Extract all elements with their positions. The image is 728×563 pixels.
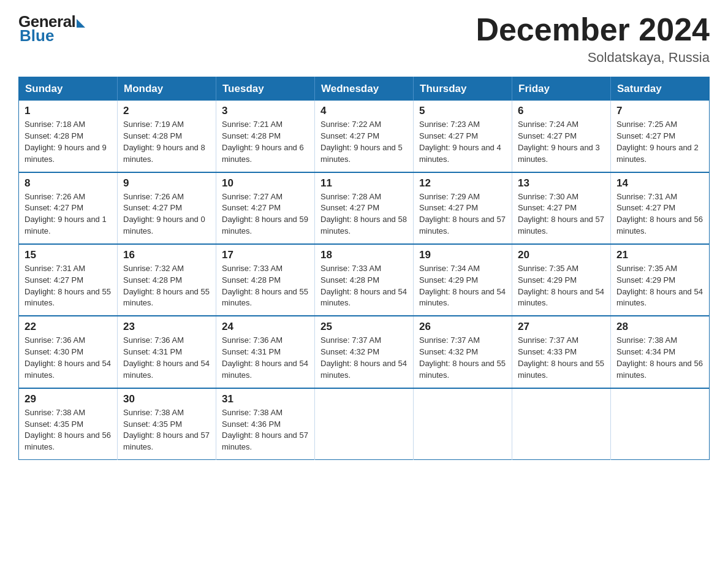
day-info: Sunrise: 7:24 AMSunset: 4:27 PMDaylight:…: [518, 119, 605, 165]
calendar-cell: [315, 388, 414, 460]
calendar-week-row: 8Sunrise: 7:26 AMSunset: 4:27 PMDaylight…: [19, 172, 710, 244]
calendar-week-row: 22Sunrise: 7:36 AMSunset: 4:30 PMDayligh…: [19, 316, 710, 388]
day-number: 25: [320, 321, 408, 333]
day-number: 7: [616, 105, 703, 117]
calendar-cell: 31Sunrise: 7:38 AMSunset: 4:36 PMDayligh…: [216, 388, 315, 460]
day-number: 16: [123, 249, 210, 261]
day-info: Sunrise: 7:31 AMSunset: 4:27 PMDaylight:…: [616, 191, 703, 237]
day-info: Sunrise: 7:21 AMSunset: 4:28 PMDaylight:…: [222, 119, 309, 165]
weekday-header-monday: Monday: [118, 77, 216, 101]
calendar-cell: 22Sunrise: 7:36 AMSunset: 4:30 PMDayligh…: [19, 316, 118, 388]
day-info: Sunrise: 7:37 AMSunset: 4:32 PMDaylight:…: [419, 335, 506, 381]
day-number: 8: [25, 177, 112, 190]
day-number: 19: [419, 249, 506, 261]
day-number: 30: [123, 393, 210, 405]
day-number: 23: [123, 321, 210, 333]
day-number: 13: [518, 177, 605, 190]
calendar-cell: 7Sunrise: 7:25 AMSunset: 4:27 PMDaylight…: [611, 101, 710, 172]
calendar-cell: 4Sunrise: 7:22 AMSunset: 4:27 PMDaylight…: [315, 101, 414, 172]
calendar-cell: [611, 388, 710, 460]
calendar-cell: 26Sunrise: 7:37 AMSunset: 4:32 PMDayligh…: [414, 316, 512, 388]
day-info: Sunrise: 7:36 AMSunset: 4:31 PMDaylight:…: [123, 335, 210, 381]
page-header: General Blue December 2024 Soldatskaya, …: [18, 12, 710, 66]
calendar-cell: 20Sunrise: 7:35 AMSunset: 4:29 PMDayligh…: [512, 244, 611, 316]
weekday-header-sunday: Sunday: [19, 77, 118, 101]
day-info: Sunrise: 7:38 AMSunset: 4:34 PMDaylight:…: [616, 335, 703, 381]
calendar-cell: 18Sunrise: 7:33 AMSunset: 4:28 PMDayligh…: [315, 244, 414, 316]
calendar-cell: 6Sunrise: 7:24 AMSunset: 4:27 PMDaylight…: [512, 101, 611, 172]
day-number: 12: [419, 177, 506, 190]
day-info: Sunrise: 7:18 AMSunset: 4:28 PMDaylight:…: [25, 119, 112, 165]
calendar-cell: 21Sunrise: 7:35 AMSunset: 4:29 PMDayligh…: [611, 244, 710, 316]
day-number: 9: [123, 177, 210, 190]
day-number: 28: [616, 321, 703, 333]
calendar-cell: 12Sunrise: 7:29 AMSunset: 4:27 PMDayligh…: [414, 172, 512, 244]
calendar-cell: 25Sunrise: 7:37 AMSunset: 4:32 PMDayligh…: [315, 316, 414, 388]
day-number: 18: [320, 249, 408, 261]
location-subtitle: Soldatskaya, Russia: [476, 50, 710, 66]
logo-triangle-icon: [77, 19, 85, 28]
weekday-header-tuesday: Tuesday: [216, 77, 315, 101]
weekday-header-wednesday: Wednesday: [315, 77, 414, 101]
day-number: 3: [222, 105, 309, 117]
logo-blue-text: Blue: [20, 26, 54, 45]
calendar-table: SundayMondayTuesdayWednesdayThursdayFrid…: [18, 77, 710, 460]
calendar-cell: 23Sunrise: 7:36 AMSunset: 4:31 PMDayligh…: [118, 316, 216, 388]
day-info: Sunrise: 7:38 AMSunset: 4:36 PMDaylight:…: [222, 407, 309, 453]
day-number: 29: [25, 393, 112, 405]
day-number: 5: [419, 105, 506, 117]
calendar-cell: 24Sunrise: 7:36 AMSunset: 4:31 PMDayligh…: [216, 316, 315, 388]
day-number: 6: [518, 105, 605, 117]
day-number: 11: [320, 177, 408, 190]
calendar-week-row: 1Sunrise: 7:18 AMSunset: 4:28 PMDaylight…: [19, 101, 710, 172]
day-info: Sunrise: 7:19 AMSunset: 4:28 PMDaylight:…: [123, 119, 210, 165]
day-info: Sunrise: 7:35 AMSunset: 4:29 PMDaylight:…: [616, 263, 703, 309]
calendar-cell: 27Sunrise: 7:37 AMSunset: 4:33 PMDayligh…: [512, 316, 611, 388]
day-info: Sunrise: 7:37 AMSunset: 4:33 PMDaylight:…: [518, 335, 605, 381]
day-info: Sunrise: 7:33 AMSunset: 4:28 PMDaylight:…: [320, 263, 408, 309]
day-number: 26: [419, 321, 506, 333]
calendar-week-row: 29Sunrise: 7:38 AMSunset: 4:35 PMDayligh…: [19, 388, 710, 460]
day-number: 21: [616, 249, 703, 261]
calendar-cell: [414, 388, 512, 460]
day-number: 4: [320, 105, 408, 117]
day-number: 17: [222, 249, 309, 261]
calendar-cell: 13Sunrise: 7:30 AMSunset: 4:27 PMDayligh…: [512, 172, 611, 244]
calendar-cell: 15Sunrise: 7:31 AMSunset: 4:27 PMDayligh…: [19, 244, 118, 316]
calendar-cell: 30Sunrise: 7:38 AMSunset: 4:35 PMDayligh…: [118, 388, 216, 460]
calendar-cell: 3Sunrise: 7:21 AMSunset: 4:28 PMDaylight…: [216, 101, 315, 172]
day-info: Sunrise: 7:38 AMSunset: 4:35 PMDaylight:…: [123, 407, 210, 453]
day-number: 20: [518, 249, 605, 261]
day-number: 14: [616, 177, 703, 190]
day-info: Sunrise: 7:35 AMSunset: 4:29 PMDaylight:…: [518, 263, 605, 309]
day-info: Sunrise: 7:27 AMSunset: 4:27 PMDaylight:…: [222, 191, 309, 237]
day-number: 22: [25, 321, 112, 333]
day-number: 15: [25, 249, 112, 261]
weekday-header-friday: Friday: [512, 77, 611, 101]
day-info: Sunrise: 7:22 AMSunset: 4:27 PMDaylight:…: [320, 119, 408, 165]
day-info: Sunrise: 7:36 AMSunset: 4:30 PMDaylight:…: [25, 335, 112, 381]
day-number: 1: [25, 105, 112, 117]
day-info: Sunrise: 7:23 AMSunset: 4:27 PMDaylight:…: [419, 119, 506, 165]
day-info: Sunrise: 7:34 AMSunset: 4:29 PMDaylight:…: [419, 263, 506, 309]
day-number: 31: [222, 393, 309, 405]
day-info: Sunrise: 7:32 AMSunset: 4:28 PMDaylight:…: [123, 263, 210, 309]
calendar-cell: 16Sunrise: 7:32 AMSunset: 4:28 PMDayligh…: [118, 244, 216, 316]
day-info: Sunrise: 7:26 AMSunset: 4:27 PMDaylight:…: [123, 191, 210, 237]
day-info: Sunrise: 7:26 AMSunset: 4:27 PMDaylight:…: [25, 191, 112, 237]
day-number: 10: [222, 177, 309, 190]
day-number: 24: [222, 321, 309, 333]
weekday-header-thursday: Thursday: [414, 77, 512, 101]
day-info: Sunrise: 7:38 AMSunset: 4:35 PMDaylight:…: [25, 407, 112, 453]
calendar-cell: 1Sunrise: 7:18 AMSunset: 4:28 PMDaylight…: [19, 101, 118, 172]
calendar-cell: 9Sunrise: 7:26 AMSunset: 4:27 PMDaylight…: [118, 172, 216, 244]
weekday-header-saturday: Saturday: [611, 77, 710, 101]
title-block: December 2024 Soldatskaya, Russia: [476, 12, 710, 66]
day-info: Sunrise: 7:30 AMSunset: 4:27 PMDaylight:…: [518, 191, 605, 237]
calendar-cell: 11Sunrise: 7:28 AMSunset: 4:27 PMDayligh…: [315, 172, 414, 244]
calendar-cell: 2Sunrise: 7:19 AMSunset: 4:28 PMDaylight…: [118, 101, 216, 172]
calendar-cell: 17Sunrise: 7:33 AMSunset: 4:28 PMDayligh…: [216, 244, 315, 316]
weekday-header-row: SundayMondayTuesdayWednesdayThursdayFrid…: [19, 77, 710, 101]
day-info: Sunrise: 7:37 AMSunset: 4:32 PMDaylight:…: [320, 335, 408, 381]
calendar-cell: 28Sunrise: 7:38 AMSunset: 4:34 PMDayligh…: [611, 316, 710, 388]
